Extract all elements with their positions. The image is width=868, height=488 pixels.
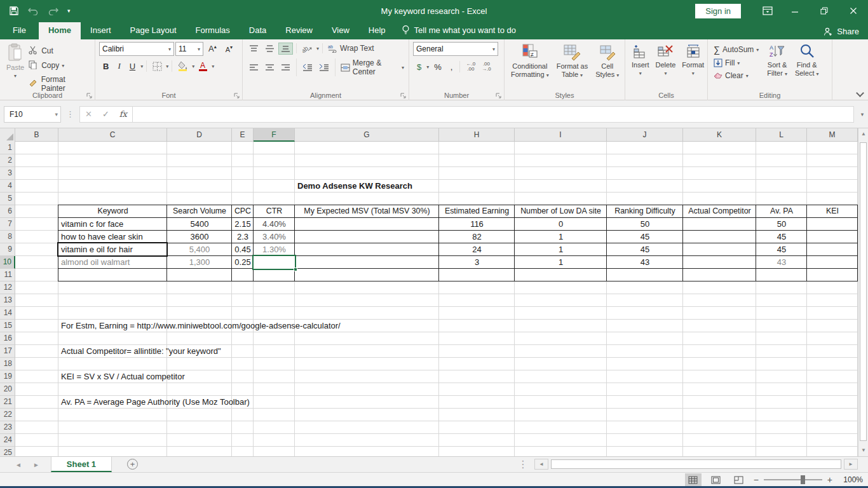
cell-H10[interactable]: 3 [439,256,515,269]
tab-file[interactable]: File [0,22,39,39]
borders-button[interactable] [150,60,165,73]
new-sheet-icon[interactable]: + [127,459,138,470]
restore-button[interactable] [810,0,839,22]
cell-C10[interactable]: almond oil walmart [61,256,130,269]
cell-I8[interactable]: 1 [515,231,607,243]
page-layout-view-button[interactable] [708,473,724,486]
tab-review[interactable]: Review [276,22,322,39]
cell-E7[interactable]: 2.15 [232,218,254,231]
cell-D6[interactable]: Search Volume [167,205,232,218]
row-header-1[interactable]: 1 [0,142,15,154]
clear-button[interactable]: Clear ▾ [712,70,761,81]
col-header-I[interactable]: I [515,128,607,142]
zoom-slider[interactable] [764,479,822,480]
scroll-right-icon[interactable]: ► [844,459,858,470]
tab-data[interactable]: Data [240,22,276,39]
underline-button[interactable]: U [126,60,139,72]
row-header-13[interactable]: 13 [0,294,15,307]
row-header-21[interactable]: 21 [0,396,15,409]
col-header-F[interactable]: F [254,128,295,142]
row-header-2[interactable]: 2 [0,154,15,167]
number-format-select[interactable]: General▾ [413,42,498,56]
cell-H8[interactable]: 82 [439,231,515,243]
cell-C17[interactable]: Actual Competitor= allintitle: "your key… [61,345,221,358]
autosum-button[interactable]: ∑ AutoSum ▾ [712,43,761,56]
cell-F7[interactable]: 4.40% [254,218,295,231]
row-header-14[interactable]: 14 [0,307,15,320]
collapse-ribbon-icon[interactable] [856,89,864,97]
scroll-up-icon[interactable]: ▲ [858,128,868,140]
col-header-J[interactable]: J [607,128,683,142]
cell-F6[interactable]: CTR [254,205,295,218]
enter-formula-icon[interactable]: ✓ [102,109,109,119]
cell-H9[interactable]: 24 [439,243,515,256]
cell-C6[interactable]: Keyword [58,205,167,218]
row-header-18[interactable]: 18 [0,358,15,370]
fill-color-button[interactable] [175,59,191,73]
decrease-decimal-button[interactable]: .00→.0 [479,60,494,74]
col-header-D[interactable]: D [167,128,232,142]
center-icon[interactable] [262,62,277,74]
prev-sheet-icon[interactable]: ◄ [15,461,22,468]
italic-button[interactable]: I [114,60,124,72]
scroll-down-icon[interactable]: ▼ [858,445,868,456]
font-size-select[interactable]: 11▾ [175,42,203,56]
cell-C7[interactable]: vitamin c for face [61,218,123,231]
col-header-B[interactable]: B [15,128,58,142]
decrease-indent-icon[interactable] [300,62,315,74]
wrap-text-button[interactable]: ab Wrap Text [326,43,376,54]
cell-J8[interactable]: 45 [607,231,683,243]
formula-input[interactable] [133,106,854,123]
row-header-16[interactable]: 16 [0,332,15,345]
name-box-chevron-icon[interactable]: ▾ [55,111,58,118]
cell-C15[interactable]: For Estm, Earning = http://www.miniwebto… [61,320,341,332]
format-cells-button[interactable]: Format ▾ [679,42,707,90]
cell-I7[interactable]: 0 [515,218,607,231]
tell-me-box[interactable]: Tell me what you want to do [395,22,522,39]
scroll-left-icon[interactable]: ◄ [534,459,548,470]
increase-font-size-button[interactable]: A▴ [205,43,220,55]
scrollbar-resize-dots[interactable]: ⋮ [518,458,528,470]
cancel-formula-icon[interactable]: ✕ [85,109,92,119]
next-sheet-icon[interactable]: ► [33,461,39,468]
cell-L9[interactable]: 45 [756,243,807,256]
underline-options-chevron-icon[interactable]: ▾ [140,64,143,69]
clipboard-dialog-launcher-icon[interactable] [86,93,93,99]
cell-D8[interactable]: 3600 [167,231,232,243]
cell-D7[interactable]: 5400 [167,218,232,231]
cell-D10[interactable]: 1,300 [167,256,232,269]
fill-button[interactable]: Fill ▾ [712,57,761,69]
col-header-C[interactable]: C [58,128,167,142]
expand-formula-bar-icon[interactable]: ▾ [857,111,868,118]
page-break-preview-button[interactable] [731,473,747,486]
tab-view[interactable]: View [322,22,359,39]
tab-home[interactable]: Home [39,22,81,39]
font-name-select[interactable]: Calibri▾ [99,42,174,56]
cell-I6[interactable]: Number of Low DA site [515,205,607,218]
cell-E6[interactable]: CPC [232,205,254,218]
cell-L7[interactable]: 50 [756,218,807,231]
col-header-H[interactable]: H [439,128,515,142]
zoom-out-icon[interactable]: − [754,475,759,485]
row-header-15[interactable]: 15 [0,320,15,332]
tab-formulas[interactable]: Formulas [186,22,240,39]
bottom-align-icon[interactable] [278,43,293,55]
row-header-12[interactable]: 12 [0,281,15,294]
row-header-25[interactable]: 25 [0,447,15,456]
orientation-button[interactable]: ab [300,42,315,55]
cell-E10[interactable]: 0.25 [232,256,254,269]
col-header-M[interactable]: M [807,128,858,142]
zoom-slider-thumb[interactable] [801,475,805,484]
percent-style-button[interactable]: % [430,61,445,73]
selected-cell-F10[interactable] [252,255,296,270]
conditional-formatting-button[interactable]: ≠ Conditional Formatting ▾ [508,42,552,90]
row-header-23[interactable]: 23 [0,421,15,434]
name-box[interactable]: F10 ▾ [4,106,61,123]
row-header-8[interactable]: 8 [0,231,15,243]
fill-handle[interactable] [294,268,297,271]
sign-in-button[interactable]: Sign in [695,4,741,18]
row-header-22[interactable]: 22 [0,409,15,421]
minimize-button[interactable] [780,0,810,22]
ribbon-display-options-icon[interactable] [755,0,780,22]
cell-C19[interactable]: KEI = SV x SV / Actual competitor [61,370,185,383]
